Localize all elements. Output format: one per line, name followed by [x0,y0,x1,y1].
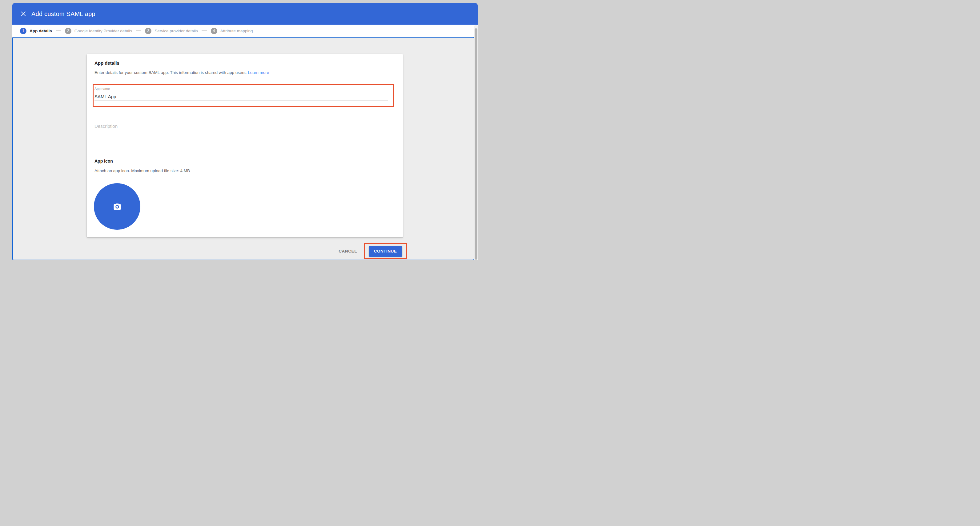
step-2-indicator: 2 [65,28,72,34]
camera-icon [112,201,123,212]
step-1-indicator: 1 [20,28,27,34]
card-title: App details [94,61,119,65]
app-icon-section-title: App icon [94,159,113,164]
wizard-content-area: App details Enter details for your custo… [12,37,474,260]
step-connector [202,30,207,31]
step-service-provider-details: 3 Service provider details [145,28,197,34]
step-connector [56,30,61,31]
scrollbar-track[interactable] [474,25,478,260]
annotation-box-continue: CONTINUE [364,243,407,259]
step-4-label: Attribute mapping [220,29,253,33]
step-1-label: App details [30,29,52,33]
dialog-header: Add custom SAML app [12,3,478,25]
step-2-label: Google Identity Provider details [75,29,132,33]
app-icon-hint: Attach an app icon. Maximum upload file … [94,169,190,173]
cancel-button[interactable]: CANCEL [336,246,360,256]
step-4-indicator: 4 [211,28,217,34]
dialog-title: Add custom SAML app [32,11,95,18]
app-name-label: App name [94,87,110,91]
description-input[interactable] [94,122,388,130]
card-description: Enter details for your custom SAML app. … [94,70,269,75]
learn-more-link[interactable]: Learn more [248,70,269,75]
app-name-input[interactable] [94,93,388,101]
wizard-stepper: 1 App details 2 Google Identity Provider… [12,25,478,37]
continue-button[interactable]: CONTINUE [369,246,402,257]
step-app-details: 1 App details [20,28,52,34]
step-3-indicator: 3 [145,28,151,34]
dialog-footer: CANCEL CONTINUE [336,243,407,259]
scrollbar-thumb[interactable] [475,28,477,260]
add-custom-saml-app-dialog: Add custom SAML app 1 App details 2 Goog… [12,3,478,260]
step-3-label: Service provider details [154,29,197,33]
step-google-idp-details: 2 Google Identity Provider details [65,28,132,34]
app-icon-upload-button[interactable] [94,183,140,230]
app-details-card: App details Enter details for your custo… [87,54,403,237]
card-description-text: Enter details for your custom SAML app. … [94,70,247,75]
close-button[interactable] [20,11,27,17]
step-attribute-mapping: 4 Attribute mapping [211,28,253,34]
step-connector [136,30,141,31]
